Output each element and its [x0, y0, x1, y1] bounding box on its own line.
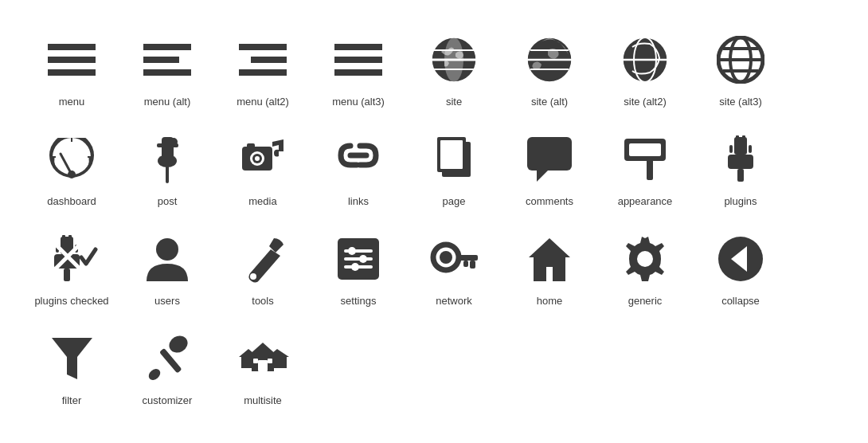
page-label: page — [443, 195, 466, 207]
icon-cell-plugins: plugins — [693, 116, 788, 215]
dashboard-label: dashboard — [47, 195, 96, 207]
svg-rect-60 — [737, 169, 744, 182]
svg-point-39 — [158, 155, 177, 167]
svg-rect-5 — [143, 69, 191, 76]
svg-point-75 — [250, 273, 256, 280]
users-icon — [139, 231, 195, 287]
customizer-icon — [139, 331, 195, 386]
svg-rect-85 — [457, 255, 478, 261]
menu-label: menu — [59, 96, 85, 108]
svg-rect-99 — [258, 360, 268, 371]
network-label: network — [436, 295, 472, 307]
svg-rect-71 — [68, 235, 72, 241]
users-label: users — [154, 295, 180, 307]
svg-rect-52 — [527, 137, 572, 171]
svg-rect-59 — [728, 155, 753, 169]
icon-cell-page: page — [406, 116, 502, 215]
home-label: home — [537, 295, 563, 307]
icon-cell-menu: menu — [24, 16, 119, 116]
collapse-icon — [713, 231, 768, 287]
menu-alt-label: menu (alt) — [144, 96, 191, 108]
icon-cell-settings: settings — [311, 215, 406, 315]
svg-rect-87 — [463, 261, 468, 267]
svg-rect-11 — [334, 69, 382, 76]
media-label: media — [248, 195, 276, 207]
svg-rect-47 — [247, 143, 255, 148]
svg-rect-51 — [440, 140, 463, 169]
icon-cell-filter: filter — [24, 315, 119, 414]
tools-icon — [235, 231, 291, 287]
icon-cell-collapse: collapse — [693, 215, 788, 315]
svg-rect-63 — [736, 135, 739, 142]
icon-cell-customizer: customizer — [119, 315, 215, 414]
icon-cell-menu-alt3: menu (alt3) — [311, 16, 406, 116]
appearance-icon — [617, 131, 673, 187]
menu-alt3-icon — [330, 32, 386, 88]
menu-alt2-icon — [235, 32, 291, 88]
site-alt2-label: site (alt2) — [624, 96, 666, 108]
plugins-checked-icon — [44, 231, 100, 287]
collapse-label: collapse — [721, 295, 760, 307]
svg-point-84 — [440, 251, 452, 264]
menu-alt2-label: menu (alt2) — [237, 96, 289, 108]
post-label: post — [158, 195, 178, 207]
icon-grid: menu menu (alt) menu (alt2) — [0, 0, 868, 430]
icon-cell-dashboard: dashboard — [24, 116, 119, 215]
comments-icon — [522, 131, 577, 187]
svg-rect-62 — [749, 145, 752, 153]
icon-cell-links: links — [311, 116, 406, 215]
appearance-label: appearance — [618, 195, 673, 207]
icon-cell-site: site — [406, 16, 502, 116]
icon-cell-plugins-checked: plugins checked — [24, 215, 119, 315]
svg-point-74 — [156, 238, 178, 261]
icon-cell-users: users — [119, 215, 215, 315]
svg-rect-1 — [48, 57, 96, 63]
site-icon — [426, 32, 482, 88]
comments-label: comments — [526, 195, 573, 207]
icon-cell-site-alt2: site (alt2) — [597, 16, 693, 116]
svg-rect-6 — [239, 44, 287, 50]
filter-icon — [44, 331, 100, 386]
svg-rect-10 — [334, 57, 382, 63]
svg-point-80 — [348, 247, 356, 255]
svg-marker-92 — [52, 338, 92, 379]
svg-rect-0 — [48, 44, 96, 50]
customizer-label: customizer — [143, 394, 193, 406]
icon-cell-menu-alt: menu (alt) — [119, 16, 215, 116]
filter-label: filter — [62, 394, 82, 406]
links-label: links — [348, 195, 369, 207]
svg-rect-12 — [334, 44, 382, 50]
icon-cell-multisite: multisite — [215, 315, 311, 414]
svg-rect-100 — [253, 359, 258, 363]
menu-icon — [44, 32, 100, 88]
svg-rect-64 — [742, 135, 745, 142]
svg-rect-7 — [251, 57, 287, 63]
svg-point-42 — [170, 138, 178, 146]
generic-label: generic — [628, 295, 663, 307]
multisite-icon — [235, 331, 291, 386]
links-icon — [330, 131, 386, 187]
settings-icon — [330, 231, 386, 287]
svg-rect-86 — [470, 261, 475, 269]
svg-rect-101 — [268, 359, 272, 363]
plugins-label: plugins — [724, 195, 757, 207]
svg-rect-61 — [729, 145, 733, 153]
plugins-checked-label: plugins checked — [34, 295, 108, 307]
site-alt-label: site (alt) — [531, 96, 568, 108]
svg-marker-88 — [529, 238, 570, 281]
plugins-icon — [713, 131, 768, 187]
site-alt3-label: site (alt3) — [719, 96, 761, 108]
media-icon — [235, 131, 291, 187]
multisite-label: multisite — [244, 394, 282, 406]
icon-cell-tools: tools — [215, 215, 311, 315]
menu-alt-icon — [139, 32, 195, 88]
site-alt3-icon — [713, 32, 768, 88]
icon-cell-post: post — [119, 116, 215, 215]
svg-point-81 — [359, 255, 367, 263]
icon-cell-comments: comments — [502, 116, 597, 215]
svg-point-82 — [351, 263, 359, 271]
site-alt2-icon — [617, 32, 673, 88]
home-icon — [522, 231, 577, 287]
icon-cell-media: media — [215, 116, 311, 215]
svg-point-95 — [147, 367, 162, 382]
